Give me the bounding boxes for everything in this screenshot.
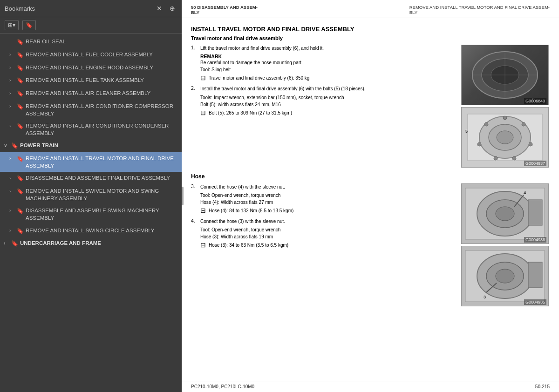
image-code-2: G0004937 [524, 161, 546, 166]
bookmark-item-swivel-motor[interactable]: › 🔖 REMOVE AND INSTALL SWIVEL MOTOR AND … [0, 185, 182, 204]
expand-arrow: › [4, 240, 9, 247]
bookmark-item-rear-oil-seal[interactable]: 🔖 REAR OIL SEAL [0, 35, 182, 48]
expand-arrow: › [9, 65, 15, 71]
step-2-num: 2. [191, 85, 198, 116]
expand-arrow: › [9, 103, 15, 110]
motor-svg-1: B [463, 47, 547, 103]
svg-point-10 [503, 116, 507, 120]
step-1-body: Lift the travel motor and final drive as… [200, 45, 454, 81]
svg-point-13 [512, 156, 516, 160]
svg-rect-24 [528, 200, 542, 225]
svg-text:4: 4 [524, 190, 526, 195]
expand-arrow: › [9, 123, 15, 129]
steps-with-images: 1. Lift the travel motor and final drive… [191, 45, 550, 168]
torque-icon-2: ⊟ [200, 109, 206, 116]
bookmark-text: POWER TRAIN [20, 142, 178, 149]
bookmark-icon: 🔖 [17, 122, 24, 130]
page-content: INSTALL TRAVEL MOTOR AND FINAL DRIVE ASS… [182, 18, 559, 381]
bookmark-text: REMOVE AND INSTALL FUEL TANK ASSEMBLY [26, 76, 178, 84]
bookmark-item-swing-circle[interactable]: › 🔖 REMOVE AND INSTALL SWING CIRCLE ASSE… [0, 224, 182, 237]
step-4: 4. Connect the hose (3) with the sleeve … [191, 218, 454, 249]
torque-line-3: ⊟ Hose (4): 84 to 132 Nm (8.5 to 13.5 kg… [200, 207, 454, 214]
spec-icon: ⊟ [200, 74, 206, 81]
tech-image-2: 5 G0004937 [461, 107, 549, 168]
bookmark-text: UNDERCARRIAGE AND FRAME [20, 239, 178, 247]
bookmark-item-engine-hood[interactable]: › 🔖 REMOVE AND INSTALL ENGINE HOOD ASSEM… [0, 61, 182, 74]
bookmark-search-button[interactable]: 🔖 [22, 20, 36, 30]
expand-arrow: › [9, 52, 15, 58]
bookmark-icon: 🔖 [17, 103, 24, 111]
step-4-tool: Tool: Open-end wrench, torque wrench [200, 226, 454, 233]
bookmark-text: DISASSEMBLE AND ASSEMBLE FINAL DRIVE ASS… [26, 174, 178, 182]
section-title: INSTALL TRAVEL MOTOR AND FINAL DRIVE ASS… [191, 26, 550, 33]
tech-image-1: B G0006840 [461, 45, 549, 105]
torque-line-2: ⊟ Bolt (5): 265 to 309 Nm (27 to 31.5 kg… [200, 109, 454, 116]
step-2-tool: Tools: Impact wrench, extension bar (150… [200, 94, 454, 101]
bookmark-text: REMOVE AND INSTALL ENGINE HOOD ASSEMBLY [26, 64, 178, 71]
footer-right: 50-215 [535, 384, 550, 389]
svg-text:5: 5 [465, 129, 468, 134]
bookmark-item-fuel-tank[interactable]: › 🔖 REMOVE AND INSTALL FUEL TANK ASSEMBL… [0, 74, 182, 87]
bookmark-icon: 🔖 [17, 207, 24, 215]
step-1-text: Lift the travel motor and final drive as… [200, 46, 324, 51]
step-3-num: 3. [191, 183, 198, 214]
tech-image-4: 3 G0004935 [461, 246, 549, 306]
motor-svg-2: 5 [463, 109, 547, 165]
step-4-num: 4. [191, 218, 198, 249]
torque-text-2: Bolt (5): 265 to 309 Nm (27 to 31.5 kgm) [209, 109, 292, 116]
panel-collapse-handle[interactable]: ◄ [182, 187, 184, 205]
bookmark-item-undercarriage[interactable]: › 🔖 UNDERCARRIAGE AND FRAME [0, 237, 182, 250]
bookmark-list: 🔖 REAR OIL SEAL › 🔖 REMOVE AND INSTALL F… [0, 34, 182, 392]
hose-text: 3. Connect the hose (4) with the sleeve … [191, 183, 454, 306]
page-header: 50 DISASSEMBLY AND ASSEM- BLY REMOVE AND… [182, 0, 559, 18]
svg-point-12 [529, 142, 532, 146]
bookmark-text: REMOVE AND INSTALL TRAVEL MOTOR AND FINA… [26, 155, 178, 169]
bookmark-icon: 🔖 [17, 90, 24, 98]
torque-text-4: Hose (3): 34 to 63 Nm (3.5 to 6.5 kgm) [209, 242, 288, 249]
expand-arrow: › [9, 77, 15, 84]
hose-content-layout: 3. Connect the hose (4) with the sleeve … [191, 183, 550, 306]
bookmark-text: REMOVE AND INSTALL SWING CIRCLE ASSEMBLY [26, 227, 178, 234]
page-header-right: REMOVE AND INSTALL TRAVEL MOTOR AND FINA… [409, 5, 550, 15]
svg-point-16 [484, 122, 488, 126]
bookmark-text: REMOVE AND INSTALL AIR CONDITIONER COMPR… [26, 102, 178, 117]
bookmark-item-power-train[interactable]: ∨ 🔖 POWER TRAIN [0, 139, 182, 152]
close-button[interactable]: ✕ [155, 4, 164, 13]
hose-svg-4: 3 [463, 248, 547, 304]
footer-left: PC210-10M0, PC210LC-10M0 [191, 384, 254, 389]
bookmark-item-ac-compressor[interactable]: › 🔖 REMOVE AND INSTALL AIR CONDITIONER C… [0, 100, 182, 120]
hose-images-col: 4 G0004936 3 [461, 183, 550, 306]
svg-point-21 [496, 207, 514, 221]
svg-point-15 [477, 142, 481, 146]
page-footer: PC210-10M0, PC210LC-10M0 50-215 [182, 381, 559, 392]
image-code-4: G0004935 [524, 299, 546, 305]
steps-text: 1. Lift the travel motor and final drive… [191, 45, 454, 168]
bookmark-icon: 🔖 [17, 51, 24, 59]
svg-text:3: 3 [484, 295, 486, 299]
move-icon[interactable]: ⊕ [168, 4, 177, 13]
bookmark-item-final-drive[interactable]: › 🔖 DISASSEMBLE AND ASSEMBLE FINAL DRIVE… [0, 172, 182, 185]
step-4-text: Connect the hose (3) with the sleeve nut… [200, 219, 285, 224]
bookmark-item-fuel-cooler[interactable]: › 🔖 REMOVE AND INSTALL FUEL COOLER ASSEM… [0, 48, 182, 61]
expand-arrow: › [9, 155, 15, 162]
bookmarks-header: Bookmarks ✕ ⊕ [0, 0, 182, 17]
svg-rect-31 [528, 262, 542, 288]
bookmark-item-ac-condenser[interactable]: › 🔖 REMOVE AND INSTALL AIR CONDITIONER C… [0, 120, 182, 139]
bookmark-icon: 🔖 [17, 38, 24, 46]
content-panel: ◄ 50 DISASSEMBLY AND ASSEM- BLY REMOVE A… [182, 0, 559, 392]
step-2-text: Install the travel motor and final drive… [200, 86, 366, 91]
bookmark-icon: 🔖 [17, 64, 24, 72]
remark-label: REMARK [200, 54, 454, 59]
svg-point-14 [494, 156, 498, 160]
bookmark-text: REMOVE AND INSTALL AIR CLEANER ASSEMBLY [26, 89, 178, 97]
bookmarks-title: Bookmarks [5, 5, 35, 12]
view-toggle-button[interactable]: ⊞▾ [5, 20, 19, 30]
torque-icon-3: ⊟ [200, 207, 206, 214]
bookmark-item-air-cleaner[interactable]: › 🔖 REMOVE AND INSTALL AIR CLEANER ASSEM… [0, 87, 182, 100]
subsection-title: Travel motor and final drive assembly [191, 35, 550, 41]
step-4-spec: Hose (3): Width across flats 19 mm [200, 233, 454, 240]
bookmark-text: REMOVE AND INSTALL FUEL COOLER ASSEMBLY [26, 51, 178, 58]
torque-line-4: ⊟ Hose (3): 34 to 63 Nm (3.5 to 6.5 kgm) [200, 241, 454, 249]
bookmark-item-swing-machinery[interactable]: › 🔖 DISASSEMBLE AND ASSEMBLE SWING MACHI… [0, 204, 182, 224]
bookmark-item-travel-motor[interactable]: › 🔖 REMOVE AND INSTALL TRAVEL MOTOR AND … [0, 152, 182, 172]
